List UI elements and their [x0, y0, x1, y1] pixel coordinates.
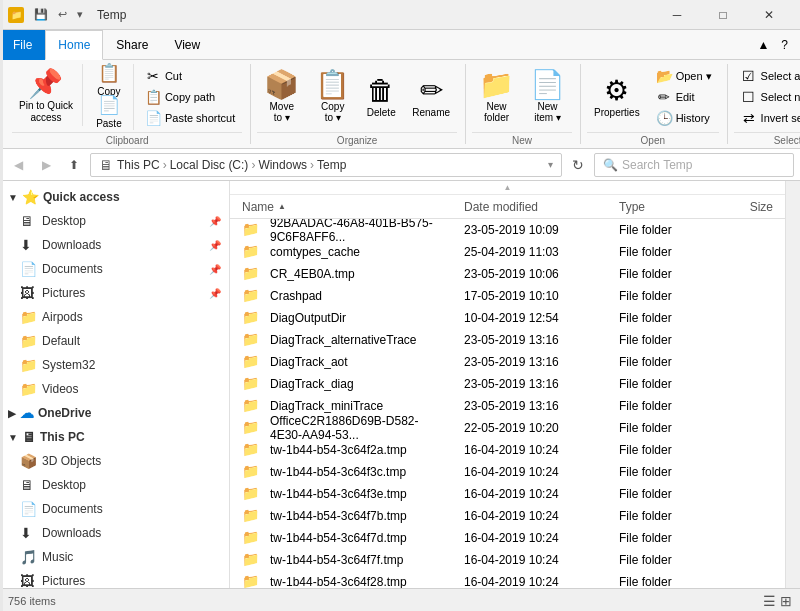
delete-button[interactable]: 🗑 Delete	[359, 64, 403, 130]
organize-buttons: 📦 Moveto ▾ 📋 Copyto ▾ 🗑 Delete ✏ Rename	[257, 64, 457, 130]
forward-button[interactable]: ▶	[34, 153, 58, 177]
paste-icon: 📄	[98, 94, 120, 116]
sidebar-header-this-pc[interactable]: ▼ 🖥 This PC	[0, 425, 229, 449]
music-label: Music	[42, 550, 73, 564]
col-header-date[interactable]: Date modified	[456, 200, 611, 214]
file-row[interactable]: 📁 OfficeC2R1886D69B-D582-4E30-AA94-53...…	[230, 417, 785, 439]
file-name-cell: 📁 tw-1b44-b54-3c64f3e.tmp	[234, 485, 456, 503]
cut-button[interactable]: ✂ Cut	[138, 66, 242, 86]
file-name: comtypes_cache	[270, 245, 360, 259]
sidebar-resize-handle[interactable]	[0, 181, 3, 588]
sidebar-item-downloads-pc[interactable]: ⬇ Downloads	[0, 521, 229, 545]
file-row[interactable]: 📁 CR_4EB0A.tmp 23-05-2019 10:06 File fol…	[230, 263, 785, 285]
sidebar-item-default[interactable]: 📁 Default	[0, 329, 229, 353]
file-row[interactable]: 📁 DiagOutputDir 10-04-2019 12:54 File fo…	[230, 307, 785, 329]
file-row[interactable]: 📁 DiagTrack_alternativeTrace 23-05-2019 …	[230, 329, 785, 351]
sidebar-item-documents-pc[interactable]: 📄 Documents	[0, 497, 229, 521]
this-pc-label: This PC	[40, 430, 85, 444]
airpods-icon: 📁	[20, 309, 36, 325]
sidebar-item-pictures-pc[interactable]: 🖼 Pictures	[0, 569, 229, 588]
file-row[interactable]: 📁 tw-1b44-b54-3c64f7f.tmp 16-04-2019 10:…	[230, 549, 785, 571]
file-area: ▲ Name ▲ Date modified Type Size 📁 92BAA…	[230, 181, 785, 588]
select-none-button[interactable]: ☐ Select none	[734, 87, 800, 107]
minimize-button[interactable]: ─	[654, 0, 700, 30]
file-row[interactable]: 📁 tw-1b44-b54-3c64f7d.tmp 16-04-2019 10:…	[230, 527, 785, 549]
file-row[interactable]: 📁 92BAADAC-46A8-401B-B575-9C6F8AFF6... 2…	[230, 219, 785, 241]
sidebar-item-music[interactable]: 🎵 Music	[0, 545, 229, 569]
sidebar-item-pictures-qa[interactable]: 🖼 Pictures 📌	[0, 281, 229, 305]
file-row[interactable]: 📁 tw-1b44-b54-3c64f3c.tmp 16-04-2019 10:…	[230, 461, 785, 483]
refresh-button[interactable]: ↻	[566, 153, 590, 177]
pin-quick-access-button[interactable]: 📌 Pin to Quickaccess	[12, 64, 80, 130]
file-row[interactable]: 📁 DiagTrack_diag 23-05-2019 13:16 File f…	[230, 373, 785, 395]
maximize-button[interactable]: □	[700, 0, 746, 30]
ribbon-collapse-btn[interactable]: ▲	[753, 34, 773, 56]
sidebar-item-desktop-qa[interactable]: 🖥 Desktop 📌	[0, 209, 229, 233]
search-box[interactable]: 🔍 Search Temp	[594, 153, 794, 177]
sidebar-header-onedrive[interactable]: ▶ ☁ OneDrive	[0, 401, 229, 425]
move-to-button[interactable]: 📦 Moveto ▾	[257, 64, 306, 130]
quick-access-toolbar-item2[interactable]: ↩	[54, 6, 71, 23]
sidebar-item-downloads-qa[interactable]: ⬇ Downloads 📌	[0, 233, 229, 257]
file-row[interactable]: 📁 Crashpad 17-05-2019 10:10 File folder	[230, 285, 785, 307]
default-label: Default	[42, 334, 80, 348]
file-name-cell: 📁 DiagTrack_alternativeTrace	[234, 331, 456, 349]
file-folder-icon: 📁	[242, 485, 260, 503]
title-text: Temp	[97, 8, 126, 22]
paste-button[interactable]: 📄 Paste	[87, 96, 131, 126]
sidebar-item-3d-objects[interactable]: 📦 3D Objects	[0, 449, 229, 473]
sidebar-item-system32[interactable]: 📁 System32	[0, 353, 229, 377]
ribbon-group-new: 📁 Newfolder 📄 Newitem ▾ New	[468, 64, 581, 144]
back-button[interactable]: ◀	[6, 153, 30, 177]
quick-access-toolbar-item[interactable]: 💾	[30, 6, 52, 23]
view-icon-grid[interactable]: ⊞	[780, 593, 792, 609]
col-header-size[interactable]: Size	[711, 200, 781, 214]
tab-home[interactable]: Home	[45, 30, 103, 60]
close-button[interactable]: ✕	[746, 0, 792, 30]
copy-to-button[interactable]: 📋 Copyto ▾	[308, 64, 357, 130]
col-header-type[interactable]: Type	[611, 200, 711, 214]
copy-button[interactable]: 📋 Copy	[87, 64, 131, 94]
file-row[interactable]: 📁 tw-1b44-b54-3c64f3e.tmp 16-04-2019 10:…	[230, 483, 785, 505]
quick-access-toolbar-item3[interactable]: ▾	[73, 6, 87, 23]
file-name: OfficeC2R1886D69B-D582-4E30-AA94-53...	[270, 414, 448, 442]
tab-file[interactable]: File	[0, 30, 45, 60]
sidebar-item-desktop-pc[interactable]: 🖥 Desktop	[0, 473, 229, 497]
help-btn[interactable]: ?	[777, 34, 792, 56]
invert-selection-button[interactable]: ⇄ Invert selection	[734, 108, 800, 128]
file-name: tw-1b44-b54-3c64f7f.tmp	[270, 553, 403, 567]
new-folder-button[interactable]: 📁 Newfolder	[472, 64, 521, 130]
videos-label: Videos	[42, 382, 78, 396]
rename-button[interactable]: ✏ Rename	[405, 64, 457, 130]
file-row[interactable]: 📁 tw-1b44-b54-3c64f28.tmp 16-04-2019 10:…	[230, 571, 785, 588]
file-row[interactable]: 📁 DiagTrack_aot 23-05-2019 13:16 File fo…	[230, 351, 785, 373]
history-button[interactable]: 🕒 History	[649, 108, 719, 128]
status-bar: 756 items ☰ ⊞	[0, 588, 800, 611]
edit-button[interactable]: ✏ Edit	[649, 87, 719, 107]
copy-path-button[interactable]: 📋 Copy path	[138, 87, 242, 107]
file-row[interactable]: 📁 tw-1b44-b54-3c64f2a.tmp 16-04-2019 10:…	[230, 439, 785, 461]
file-name-cell: 📁 DiagTrack_diag	[234, 375, 456, 393]
sidebar-item-documents-qa[interactable]: 📄 Documents 📌	[0, 257, 229, 281]
tab-view[interactable]: View	[161, 30, 213, 60]
address-path[interactable]: 🖥 This PC › Local Disc (C:) › Windows › …	[90, 153, 562, 177]
up-button[interactable]: ⬆	[62, 153, 86, 177]
open-button[interactable]: 📂 Open ▾	[649, 66, 719, 86]
file-row[interactable]: 📁 tw-1b44-b54-3c64f7b.tmp 16-04-2019 10:…	[230, 505, 785, 527]
view-icon-list[interactable]: ☰	[763, 593, 776, 609]
file-row[interactable]: 📁 comtypes_cache 25-04-2019 11:03 File f…	[230, 241, 785, 263]
file-name: DiagTrack_miniTrace	[270, 399, 383, 413]
sidebar-item-airpods[interactable]: 📁 Airpods	[0, 305, 229, 329]
address-bar: ◀ ▶ ⬆ 🖥 This PC › Local Disc (C:) › Wind…	[0, 149, 800, 181]
properties-button[interactable]: ⚙ Properties	[587, 64, 647, 130]
sidebar-item-videos[interactable]: 📁 Videos	[0, 377, 229, 401]
paste-shortcut-button[interactable]: 📄 Paste shortcut	[138, 108, 242, 128]
tab-share[interactable]: Share	[103, 30, 161, 60]
pictures-qa-icon: 🖼	[20, 285, 36, 301]
select-all-button[interactable]: ☑ Select all	[734, 66, 800, 86]
col-header-name[interactable]: Name ▲	[234, 200, 456, 214]
new-item-button[interactable]: 📄 Newitem ▾	[523, 64, 572, 130]
sidebar-header-quick-access[interactable]: ▼ ⭐ Quick access	[0, 185, 229, 209]
path-dropdown-arrow[interactable]: ▾	[548, 159, 553, 170]
ribbon-group-select: ☑ Select all ☐ Select none ⇄ Invert sele…	[730, 64, 800, 144]
